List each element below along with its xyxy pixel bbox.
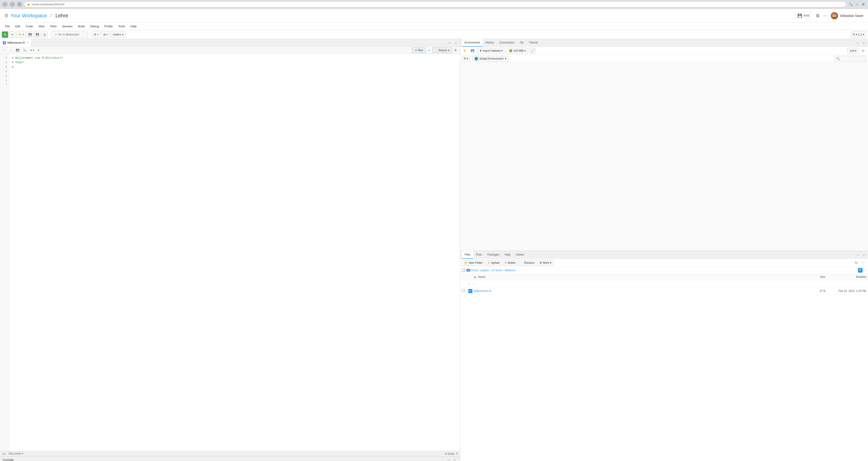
project-link[interactable]: project	[480, 269, 489, 272]
user-area[interactable]: SS Sebastian Sauer	[831, 12, 864, 19]
files-maximize-button[interactable]: □	[861, 252, 866, 257]
global-environment-button[interactable]: Global Environment ▾	[472, 56, 508, 62]
tab-git[interactable]: Git	[517, 39, 526, 47]
tab-connections[interactable]: Connections	[497, 39, 517, 47]
folder1-link[interactable]: 22-SoSe	[492, 269, 502, 272]
path-ellipsis-button[interactable]: ⋯	[863, 268, 866, 272]
more-options-button[interactable]: ···	[824, 13, 827, 18]
tab-environment[interactable]: Environment	[462, 39, 483, 47]
tab-history[interactable]: History	[483, 39, 497, 47]
tab-files[interactable]: Files	[462, 251, 473, 259]
bookmark-button[interactable]: ☆	[855, 2, 859, 7]
browser-actions: 🔍 ☆ ⚙	[848, 2, 866, 7]
forward-button[interactable]: →	[9, 2, 15, 7]
refresh-button[interactable]: ↻	[17, 2, 22, 7]
code-area[interactable]: 1 2 3 4 5 6 7 # Willkommen zum R-Blitzku…	[0, 54, 460, 451]
editor-maximize-button[interactable]: □	[453, 40, 458, 45]
goto-file-button[interactable]: ↗ Go to file/function	[52, 31, 88, 38]
editor-save-button[interactable]: 💾	[14, 48, 21, 53]
table-row[interactable]: R Willkommen.R 47 B Feb 24, 2022, 1:25 P…	[460, 287, 868, 295]
cloud-link[interactable]: Cloud	[471, 269, 478, 272]
save-all-button[interactable]: 💾	[34, 31, 40, 38]
env-refresh-button[interactable]: ↻	[860, 48, 866, 54]
editor-list-button[interactable]: ≡	[36, 48, 41, 53]
menu-build[interactable]: Build	[75, 23, 88, 29]
zoom-button[interactable]: 🔍	[848, 2, 853, 7]
console-minimize-button[interactable]: —	[446, 457, 451, 461]
grid-button[interactable]: ⊞ ▾	[101, 31, 110, 38]
r-language-dropdown[interactable]: R ▾	[462, 56, 470, 62]
tab-packages[interactable]: Packages	[485, 251, 502, 259]
editor-minimize-button[interactable]: —	[447, 40, 452, 45]
tab-plots[interactable]: Plots	[473, 251, 485, 259]
env-minimize-button[interactable]: —	[855, 40, 860, 45]
code-tools-button[interactable]: ⚙ ▾	[92, 31, 100, 38]
addins-button[interactable]: Addins ▾	[111, 31, 125, 38]
env-maximize-button[interactable]: □	[861, 40, 866, 45]
delete-button[interactable]: ✕ Delete	[502, 260, 518, 266]
address-bar[interactable]: 🔒 rstudio.cloud/project/3421620	[24, 1, 846, 7]
upload-button[interactable]: ⬆ Upload	[486, 260, 501, 266]
run-button[interactable]: ⇒ Run	[412, 48, 425, 53]
clear-env-button[interactable]: 🧹	[529, 48, 535, 54]
menu-profile[interactable]: Profile	[102, 23, 116, 29]
menu-code[interactable]: Code	[23, 23, 35, 29]
list-view-button[interactable]: List ▾	[847, 48, 859, 54]
new-folder-button[interactable]: 📁 New Folder	[462, 260, 485, 266]
table-row[interactable]: ↑ ..	[460, 280, 868, 287]
print-button[interactable]: 🖨	[41, 31, 48, 38]
extension-button[interactable]: ⚙	[861, 2, 866, 7]
editor-forward-button[interactable]: →	[8, 48, 13, 53]
back-button[interactable]: ←	[2, 2, 8, 7]
menu-tools[interactable]: Tools	[116, 23, 128, 29]
script-chevron[interactable]: ⇕	[456, 452, 458, 455]
code-content[interactable]: # Willkommen zum R-Blitzkurs! # Yeah! # …	[9, 54, 460, 451]
select-all-checkbox[interactable]	[462, 269, 465, 272]
menu-view[interactable]: View	[35, 23, 47, 29]
new-dropdown-button[interactable]: ▾	[9, 31, 16, 38]
editor-tab-willkommen[interactable]: R Willkommen.R ×	[0, 39, 31, 47]
settings-button[interactable]: ⚙	[816, 13, 820, 19]
hamburger-menu[interactable]: ☰	[4, 13, 8, 18]
menu-session[interactable]: Session	[59, 23, 75, 29]
more-button[interactable]: ⚙ More ▾	[537, 260, 553, 266]
row-checkbox-col[interactable]	[462, 289, 468, 293]
import-dataset-button[interactable]: ⬇ Import Dataset ▾	[477, 48, 505, 54]
save-button[interactable]: 💾	[27, 31, 33, 38]
tab-help[interactable]: Help	[502, 251, 513, 259]
r-version-button[interactable]: R 4.1.2 ▾	[851, 31, 866, 38]
parent-dir-name[interactable]: ..	[474, 282, 807, 285]
files-minimize-button[interactable]: —	[855, 252, 860, 257]
menu-help[interactable]: Help	[128, 23, 140, 29]
memory-button[interactable]: 🟢 134 MiB ▾	[506, 48, 528, 54]
menu-file[interactable]: File	[2, 23, 12, 29]
env-open-button[interactable]: 📁	[462, 48, 468, 54]
source-button[interactable]: → Source ▾	[432, 48, 452, 53]
folder2-link[interactable]: Blitzkurs	[505, 269, 515, 272]
rerun-button[interactable]: ⇒	[427, 48, 432, 53]
env-search-input[interactable]	[834, 56, 866, 62]
file-checkbox[interactable]	[462, 289, 465, 292]
file-name-col[interactable]: Willkommen.R	[474, 289, 807, 293]
files-refresh-button[interactable]: ↻	[854, 260, 859, 266]
level-chevron[interactable]: ⇕	[22, 452, 24, 455]
tab-viewer[interactable]: Viewer	[513, 251, 527, 259]
ram-button[interactable]: 💾 RAM	[795, 12, 812, 19]
editor-menu-button[interactable]: ☰	[453, 48, 458, 53]
new-file-button[interactable]: +	[2, 31, 8, 38]
open-file-button[interactable]: 📁 ▾	[17, 31, 26, 38]
editor-search-button[interactable]: 🔍	[22, 48, 28, 53]
env-save-button[interactable]: 💾	[469, 48, 475, 54]
console-maximize-button[interactable]: □	[452, 457, 457, 461]
rename-button[interactable]: → Rename	[519, 260, 536, 266]
editor-wand-button[interactable]: ✦ ▾	[29, 48, 35, 53]
tab-close-button[interactable]: ×	[27, 41, 28, 44]
files-extra-button[interactable]: ⋯	[860, 260, 866, 266]
editor-back-button[interactable]: ←	[2, 48, 7, 53]
tab-tutorial[interactable]: Tutorial	[526, 39, 540, 47]
header-name-col[interactable]: ▲ Name	[474, 275, 807, 279]
menu-edit[interactable]: Edit	[12, 23, 23, 29]
menu-debug[interactable]: Debug	[87, 23, 101, 29]
file-name-link[interactable]: Willkommen.R	[474, 289, 491, 293]
menu-plots[interactable]: Plots	[47, 23, 59, 29]
